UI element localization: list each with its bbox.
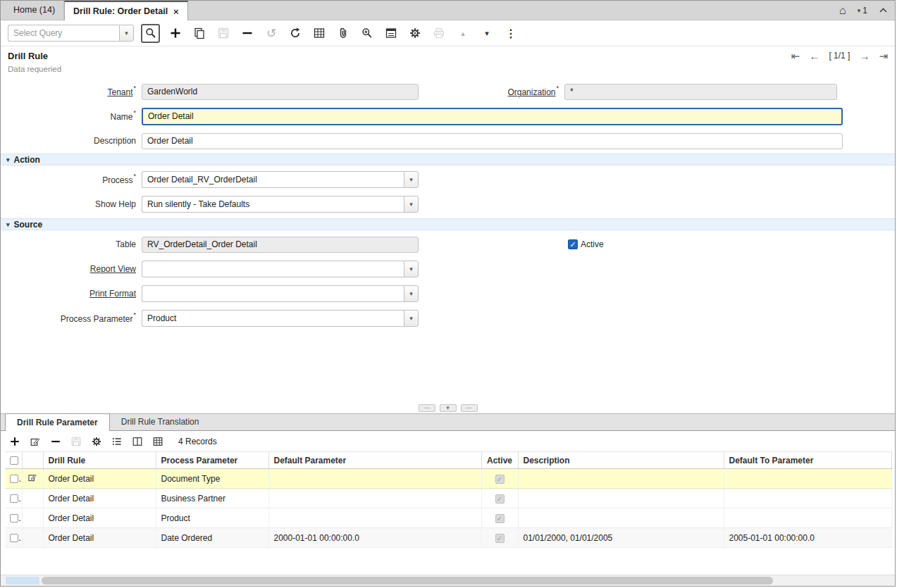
process-label: Process* <box>1 174 142 185</box>
attachment-icon[interactable] <box>335 25 352 42</box>
requery-icon[interactable] <box>287 25 304 42</box>
print-format-field[interactable] <box>142 285 404 302</box>
delete-record-icon[interactable] <box>239 25 256 42</box>
active-readonly-checkbox: ✓ <box>495 514 505 523</box>
window-tab-bar: Home (14) Drill Rule: Order Detail × ⌂ ▾… <box>1 1 895 20</box>
parent-record-icon[interactable]: ▴ <box>454 25 471 42</box>
description-field[interactable] <box>142 133 843 149</box>
save-record-icon[interactable] <box>215 25 232 42</box>
col-process-parameter[interactable]: Process Parameter <box>156 452 268 469</box>
splitter-handle[interactable]: ⋯ <box>419 404 435 412</box>
undo-icon[interactable]: ↺ <box>263 25 280 42</box>
row-select-cell <box>5 508 22 528</box>
first-record-icon[interactable]: ⇤ <box>791 51 800 61</box>
description-label: Description <box>1 136 142 146</box>
col-default-parameter[interactable]: Default Parameter <box>268 452 481 469</box>
show-help-dropdown-button[interactable]: ▾ <box>404 196 419 213</box>
name-field[interactable] <box>142 108 843 125</box>
row-edit-cell <box>22 469 43 489</box>
lookup-record-icon[interactable] <box>141 24 160 43</box>
tab-drill-rule-order-detail[interactable]: Drill Rule: Order Detail × <box>64 1 188 20</box>
home-icon[interactable]: ⌂ <box>839 5 846 16</box>
horizontal-scrollbar[interactable] <box>1 575 895 586</box>
cell-default-to-parameter <box>724 469 892 489</box>
process-parameter-field[interactable] <box>142 310 404 327</box>
process-gear-icon[interactable] <box>407 25 423 42</box>
row-edit-header <box>22 452 43 469</box>
table-row[interactable]: Order Detail Date Ordered 2000-01-01 00:… <box>5 528 892 548</box>
print-format-dropdown-button[interactable]: ▾ <box>404 285 419 302</box>
print-format-label[interactable]: Print Format <box>1 289 142 299</box>
close-tab-icon[interactable]: × <box>173 7 179 16</box>
tab-drill-rule-parameter[interactable]: Drill Rule Parameter <box>5 413 110 431</box>
organization-field[interactable] <box>564 84 837 100</box>
active-readonly-checkbox: ✓ <box>495 494 505 503</box>
row-checkbox[interactable] <box>10 514 18 523</box>
more-options-icon[interactable]: ⋮ <box>502 25 519 42</box>
select-query-dropdown-button[interactable]: ▾ <box>119 25 134 42</box>
last-record-icon[interactable]: ⇥ <box>879 51 888 61</box>
process-parameter-dropdown-button[interactable]: ▾ <box>404 310 419 327</box>
add-row-icon[interactable] <box>8 434 22 449</box>
panel-splitter[interactable]: ⋯ ▾ ⋯ <box>1 402 895 413</box>
collapse-section-icon: ▾ <box>6 221 10 228</box>
grid-view-icon[interactable] <box>151 434 165 449</box>
delete-row-icon[interactable] <box>49 434 63 449</box>
splitter-collapse-button[interactable]: ▾ <box>440 404 457 412</box>
save-rows-icon[interactable] <box>69 434 83 449</box>
select-query-input[interactable] <box>8 25 119 42</box>
section-action[interactable]: ▾ Action <box>1 154 895 165</box>
zoom-across-icon[interactable] <box>359 25 376 42</box>
grid-toggle-icon[interactable] <box>311 25 328 42</box>
customize-grid-icon[interactable] <box>89 434 104 449</box>
report-view-dropdown-button[interactable]: ▾ <box>404 261 419 277</box>
row-checkbox[interactable] <box>10 534 18 542</box>
next-record-icon[interactable]: → <box>859 51 870 61</box>
splitter-handle[interactable]: ⋯ <box>461 404 478 412</box>
edit-row-toolbar-icon[interactable] <box>28 434 42 449</box>
tab-home[interactable]: Home (14) <box>5 1 64 20</box>
show-help-label: Show Help <box>1 199 142 209</box>
tab-drill-rule-translation[interactable]: Drill Rule Translation <box>110 413 211 430</box>
table-field[interactable] <box>142 237 419 253</box>
row-checkbox[interactable] <box>10 494 18 503</box>
scrollbar-thumb[interactable] <box>42 577 773 584</box>
organization-label[interactable]: Organization* <box>419 86 564 97</box>
row-select-cell <box>5 528 22 548</box>
select-all-checkbox[interactable] <box>10 456 18 465</box>
col-drill-rule[interactable]: Drill Rule <box>43 452 156 469</box>
table-row[interactable]: Order Detail Business Partner ✓ <box>5 489 892 508</box>
active-checkbox[interactable]: ✓ <box>568 239 578 249</box>
process-field[interactable] <box>142 171 404 188</box>
detail-toolbar: 4 Records <box>1 431 895 451</box>
print-icon[interactable] <box>431 25 447 42</box>
split-pane-icon[interactable] <box>130 434 144 449</box>
col-default-to-parameter[interactable]: Default To Parameter <box>724 452 892 469</box>
show-help-field[interactable] <box>142 196 404 213</box>
table-row[interactable]: Order Detail Product ✓ <box>5 508 892 528</box>
cell-active: ✓ <box>481 469 518 489</box>
col-active[interactable]: Active <box>481 452 518 469</box>
row-checkbox[interactable] <box>10 475 18 483</box>
tenant-field[interactable] <box>142 84 419 100</box>
copy-record-icon[interactable] <box>191 25 208 42</box>
open-windows-dropdown[interactable]: ▾ 1 <box>858 6 867 15</box>
detail-filler <box>1 548 895 575</box>
process-dropdown-button[interactable]: ▾ <box>404 171 419 188</box>
toggle-list-view-icon[interactable] <box>110 434 124 449</box>
cell-process-parameter: Document Type <box>156 469 268 489</box>
previous-record-icon[interactable]: ← <box>809 51 819 61</box>
section-source[interactable]: ▾ Source <box>1 218 895 230</box>
report-icon[interactable] <box>383 25 400 42</box>
col-description[interactable]: Description <box>518 452 724 469</box>
edit-row-icon[interactable] <box>27 473 37 482</box>
report-view-field[interactable] <box>142 261 404 277</box>
detail-record-icon[interactable]: ▾ <box>478 25 495 42</box>
report-view-label[interactable]: Report View <box>1 264 142 274</box>
cell-drill-rule: Order Detail <box>43 469 156 489</box>
collapse-header-icon[interactable] <box>879 6 888 15</box>
chevron-down-icon: ▾ <box>858 7 861 14</box>
new-record-icon[interactable] <box>167 25 184 42</box>
table-row[interactable]: Order Detail Document Type ✓ <box>5 469 892 489</box>
tenant-label[interactable]: Tenant* <box>1 86 142 97</box>
